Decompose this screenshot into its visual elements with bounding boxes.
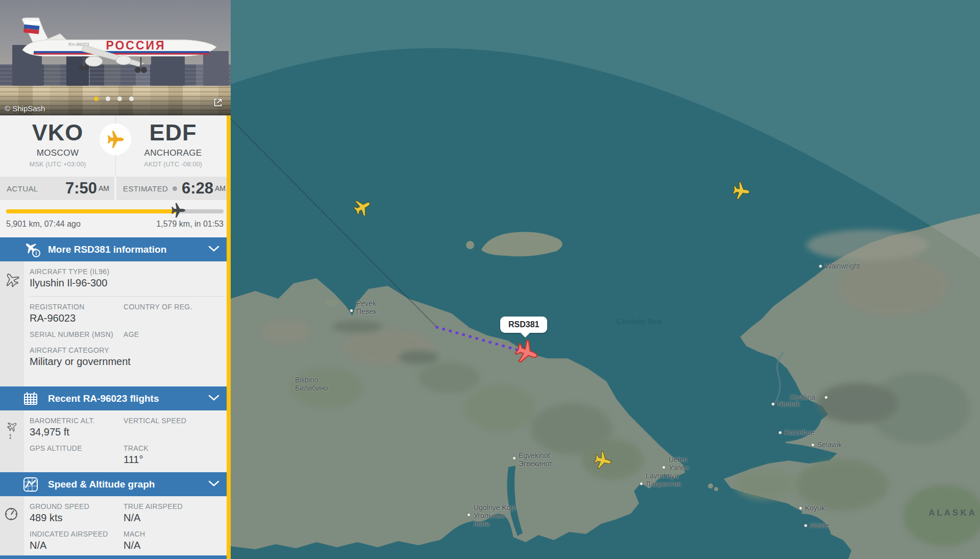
category-label: AIRCRAFT CATEGORY xyxy=(30,346,225,354)
aircraft-photo[interactable]: РОССИЯ RA-96023 © ShipSash xyxy=(0,0,231,115)
map-planes-layer xyxy=(231,0,980,559)
estimated-time-box: ESTIMATED 6:28 AM xyxy=(116,177,231,200)
section-title: Recent RA-96023 flights xyxy=(48,393,208,404)
vertical-speed-label: VERTICAL SPEED xyxy=(124,417,225,425)
msn-label: SERIAL NUMBER (MSN) xyxy=(30,330,124,338)
section-recent-flights-header[interactable]: Recent RA-96023 flights xyxy=(0,386,231,410)
origin-timezone: MSK (UTC +03:00) xyxy=(0,160,115,168)
traffic-plane-2-icon[interactable] xyxy=(731,181,751,203)
true-airspeed-label: TRUE AIRSPEED xyxy=(124,502,225,511)
actual-label: ACTUAL xyxy=(7,184,65,193)
aircraft-details: AIRCRAFT TYPE (IL96) Ilyushin Il-96-300 … xyxy=(0,261,231,386)
progress-fill xyxy=(6,209,178,213)
chevron-down-icon[interactable] xyxy=(208,480,219,489)
aircraft-icon xyxy=(4,272,20,290)
calendar-icon xyxy=(22,391,44,406)
photo-carousel-dots[interactable] xyxy=(94,96,134,101)
map-canvas[interactable]: Chukchi Sea ALASKA PevekПевекBilibinoБил… xyxy=(231,0,980,559)
aircraft-type-value: Ilyushin Il-96-300 xyxy=(30,277,225,289)
photo-credit: © ShipSash xyxy=(5,104,45,113)
speed-details: GROUND SPEED 489 kts TRUE AIRSPEED N/A I… xyxy=(0,496,231,555)
track-label: TRACK xyxy=(124,444,225,452)
graph-icon xyxy=(22,476,44,493)
route-header: VKO MOSCOW MSK (UTC +03:00) EDF ANCHORAG… xyxy=(0,115,231,177)
baro-alt-value: 34,975 ft xyxy=(30,426,124,438)
true-airspeed-value: N/A xyxy=(124,512,225,524)
altitude-icon: ↕ xyxy=(4,421,21,439)
mach-value: N/A xyxy=(124,540,225,551)
traffic-plane-1-icon[interactable] xyxy=(352,197,373,220)
age-label: AGE xyxy=(124,330,225,338)
section-title: More RSD381 information xyxy=(48,244,208,255)
svg-text:РОССИЯ: РОССИЯ xyxy=(106,39,165,52)
details-gutter xyxy=(0,496,24,555)
baro-alt-label: BAROMETRIC ALT. xyxy=(30,417,124,425)
flight-tracker-app: Chukchi Sea ALASKA PevekПевекBilibinoБил… xyxy=(0,0,980,559)
mach-label: MACH xyxy=(124,530,225,538)
plane-info-icon: i xyxy=(22,241,44,258)
ground-speed-value: 489 kts xyxy=(30,512,124,524)
traffic-plane-3-icon[interactable] xyxy=(593,450,613,473)
gauge-icon xyxy=(4,506,19,524)
svg-text:i: i xyxy=(36,251,37,256)
divider xyxy=(30,296,225,297)
chevron-down-icon[interactable] xyxy=(208,245,219,254)
progress-plane-icon xyxy=(169,202,187,221)
origin-airport[interactable]: VKO MOSCOW MSK (UTC +03:00) xyxy=(0,115,115,168)
ground-speed-label: GROUND SPEED xyxy=(30,502,124,511)
carousel-dot-1[interactable] xyxy=(94,96,99,101)
destination-city: ANCHORAGE xyxy=(115,148,231,158)
country-label: COUNTRY OF REG. xyxy=(124,303,225,311)
section-title: Speed & Altitude graph xyxy=(48,479,208,490)
photo-aircraft: РОССИЯ RA-96023 xyxy=(7,14,224,83)
carousel-dot-2[interactable] xyxy=(106,96,110,101)
route-plane-badge xyxy=(100,124,131,155)
destination-timezone: AKDT (UTC -08:00) xyxy=(115,160,231,168)
category-value: Military or government xyxy=(30,356,225,368)
actual-time-box: ACTUAL 7:50 AM xyxy=(0,177,114,200)
sidebar-scrollbar[interactable] xyxy=(227,115,231,559)
carousel-dot-3[interactable] xyxy=(117,96,122,101)
details-gutter xyxy=(0,261,24,386)
distance-flown: 5,901 km, 07:44 ago xyxy=(6,220,81,229)
estimated-label: ESTIMATED xyxy=(123,184,173,193)
next-section-header-partial[interactable] xyxy=(0,555,231,559)
estimated-dot xyxy=(173,186,177,191)
progress-track xyxy=(6,209,224,213)
origin-code[interactable]: VKO xyxy=(0,119,115,146)
aircraft-type-label: AIRCRAFT TYPE (IL96) xyxy=(30,268,225,276)
estimated-time: 6:28 xyxy=(182,179,213,198)
destination-airport[interactable]: EDF ANCHORAGE AKDT (UTC -08:00) xyxy=(115,115,231,168)
destination-code[interactable]: EDF xyxy=(115,119,231,146)
distance-remaining: 1,579 km, in 01:53 xyxy=(156,220,224,229)
flight-plane-rsd381-icon[interactable] xyxy=(513,339,540,368)
actual-time: 7:50 xyxy=(65,179,97,198)
track-value: 111° xyxy=(124,454,225,466)
section-speed-graph-header[interactable]: Speed & Altitude graph xyxy=(0,472,231,496)
carousel-dot-4[interactable] xyxy=(129,96,134,101)
origin-city: MOSCOW xyxy=(0,148,115,158)
indicated-airspeed-label: INDICATED AIRSPEED xyxy=(30,530,124,538)
section-more-info-header[interactable]: i More RSD381 information xyxy=(0,237,231,261)
flight-progress: 5,901 km, 07:44 ago 1,579 km, in 01:53 xyxy=(0,200,231,237)
flight-detail-sidebar: РОССИЯ RA-96023 © ShipSash xyxy=(0,0,231,559)
details-gutter: ↕ xyxy=(0,410,24,472)
indicated-airspeed-value: N/A xyxy=(30,540,124,551)
gps-altitude-label: GPS ALTITUDE xyxy=(30,444,124,452)
registration-label: REGISTRATION xyxy=(30,303,124,311)
flight-callsign-tooltip[interactable]: RSD381 xyxy=(500,317,547,333)
photo-expand-icon[interactable] xyxy=(212,97,224,110)
time-status-row: ACTUAL 7:50 AM ESTIMATED 6:28 AM xyxy=(0,177,231,200)
plane-icon xyxy=(105,129,126,150)
chevron-down-icon[interactable] xyxy=(208,394,219,403)
altitude-details: ↕ BAROMETRIC ALT. 34,975 ft VERTICAL SPE… xyxy=(0,410,231,472)
registration-value: RA-96023 xyxy=(30,312,124,324)
